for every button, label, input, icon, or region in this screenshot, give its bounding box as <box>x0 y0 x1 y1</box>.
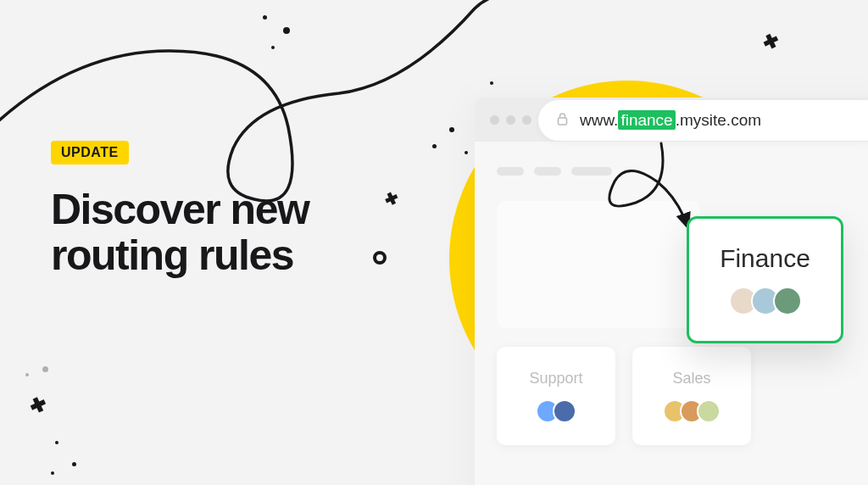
url-prefix: www. <box>580 111 618 129</box>
svg-rect-0 <box>559 118 567 125</box>
decor-dot <box>490 81 493 85</box>
avatar-group <box>536 399 576 423</box>
traffic-light <box>490 115 499 125</box>
decor-dot <box>72 462 76 466</box>
content-placeholder <box>497 201 700 328</box>
headline-line1: Discover new <box>51 186 309 233</box>
plus-icon: ✖ <box>760 30 782 56</box>
avatar-group <box>663 399 721 423</box>
decor-dot <box>465 151 468 154</box>
update-badge: UPDATE <box>51 141 129 164</box>
address-bar[interactable]: www.finance.mysite.com <box>538 100 868 141</box>
decor-dot <box>263 15 267 20</box>
headline-line2: routing rules <box>51 231 293 279</box>
decor-dot <box>42 366 48 372</box>
decor-dot <box>283 27 290 34</box>
traffic-light <box>506 115 515 125</box>
team-label: Sales <box>672 370 710 387</box>
team-card-finance[interactable]: Finance <box>687 216 843 343</box>
decor-dot <box>51 471 54 475</box>
decor-dot <box>271 46 275 49</box>
team-card-support[interactable]: Support <box>497 347 615 445</box>
team-label: Support <box>529 370 582 387</box>
url-highlight: finance <box>618 110 675 130</box>
avatar <box>773 287 802 315</box>
team-label: Finance <box>720 244 810 273</box>
hero-content: UPDATE Discover new routing rules <box>51 141 309 278</box>
team-card-sales[interactable]: Sales <box>632 347 751 445</box>
decor-dot <box>432 144 437 148</box>
lock-icon <box>557 113 568 128</box>
decor-dot <box>25 373 29 376</box>
nav-placeholder <box>497 167 868 176</box>
decor-dot <box>55 441 58 444</box>
avatar-group <box>729 287 802 315</box>
headline: Discover new routing rules <box>51 187 309 278</box>
avatar <box>697 399 721 423</box>
url-text: www.finance.mysite.com <box>580 111 761 130</box>
ring-icon <box>373 251 387 265</box>
avatar <box>553 399 576 423</box>
traffic-light <box>522 115 531 125</box>
decor-dot <box>449 127 454 132</box>
plus-icon: ✖ <box>382 187 402 210</box>
plus-icon: ✖ <box>26 393 49 420</box>
team-row: Support Sales <box>497 347 868 445</box>
url-suffix: .mysite.com <box>676 111 761 129</box>
